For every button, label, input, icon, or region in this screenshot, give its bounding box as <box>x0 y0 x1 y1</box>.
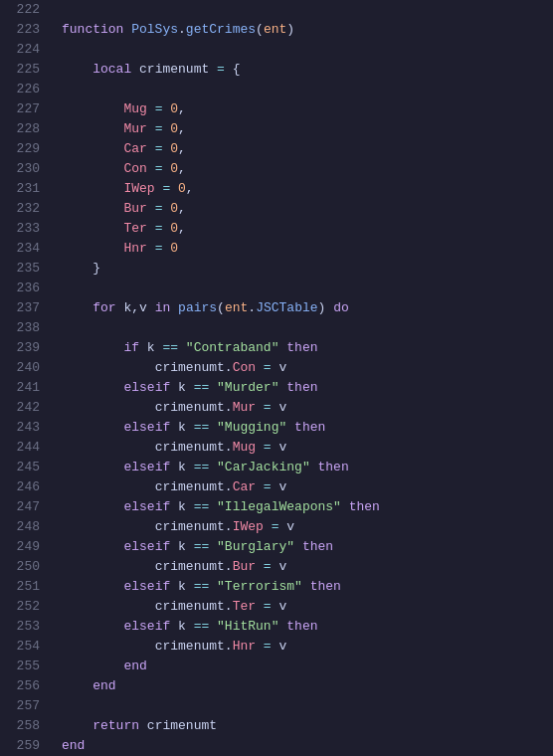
code-line-227: Mug = 0, <box>62 99 553 119</box>
code-line-239: if k == "Contraband" then <box>62 338 553 358</box>
line-num-238: 238 <box>0 318 40 338</box>
line-num-236: 236 <box>0 279 40 298</box>
line-num-222: 222 <box>0 0 40 20</box>
code-line-237: for k,v in pairs(ent.JSCTable) do <box>62 298 553 318</box>
code-line-247: elseif k == "IllegalWeapons" then <box>62 497 553 517</box>
code-line-249: elseif k == "Burglary" then <box>62 537 553 557</box>
code-line-246: crimenumt.Car = v <box>62 477 553 497</box>
code-line-224 <box>62 40 553 60</box>
line-num-224: 224 <box>0 40 40 60</box>
line-num-225: 225 <box>0 60 40 80</box>
line-num-256: 256 <box>0 676 40 696</box>
line-num-237: 237 <box>0 298 40 318</box>
code-line-243: elseif k == "Mugging" then <box>62 418 553 438</box>
code-line-232: Bur = 0, <box>62 199 553 219</box>
line-num-252: 252 <box>0 597 40 617</box>
code-line-253: elseif k == "HitRun" then <box>62 617 553 637</box>
code-line-230: Con = 0, <box>62 159 553 179</box>
code-line-254: crimenumt.Hnr = v <box>62 637 553 657</box>
code-line-242: crimenumt.Mur = v <box>62 398 553 418</box>
code-line-258: return crimenumt <box>62 716 553 736</box>
code-editor: 222 223 224 225 226 227 228 229 230 231 … <box>0 0 553 756</box>
code-line-223: function PolSys.getCrimes(ent) <box>62 20 553 40</box>
line-num-251: 251 <box>0 577 40 597</box>
code-line-240: crimenumt.Con = v <box>62 358 553 378</box>
line-num-249: 249 <box>0 537 40 557</box>
code-line-226 <box>62 80 553 99</box>
code-line-229: Car = 0, <box>62 139 553 159</box>
code-line-231: IWep = 0, <box>62 179 553 199</box>
code-line-235: } <box>62 259 553 279</box>
line-num-250: 250 <box>0 557 40 577</box>
code-line-234: Hnr = 0 <box>62 239 553 259</box>
code-line-245: elseif k == "CarJacking" then <box>62 458 553 477</box>
code-content: function PolSys.getCrimes(ent) local cri… <box>52 0 553 756</box>
line-num-247: 247 <box>0 497 40 517</box>
code-line-251: elseif k == "Terrorism" then <box>62 577 553 597</box>
line-num-228: 228 <box>0 119 40 139</box>
line-num-243: 243 <box>0 418 40 438</box>
line-num-255: 255 <box>0 657 40 676</box>
line-num-229: 229 <box>0 139 40 159</box>
code-line-248: crimenumt.IWep = v <box>62 517 553 537</box>
code-line-257 <box>62 696 553 716</box>
line-num-257: 257 <box>0 696 40 716</box>
code-line-252: crimenumt.Ter = v <box>62 597 553 617</box>
line-num-242: 242 <box>0 398 40 418</box>
code-line-222 <box>62 0 553 20</box>
code-line-255: end <box>62 657 553 676</box>
line-num-233: 233 <box>0 219 40 239</box>
code-line-225: local crimenumt = { <box>62 60 553 80</box>
line-num-232: 232 <box>0 199 40 219</box>
code-line-228: Mur = 0, <box>62 119 553 139</box>
line-num-244: 244 <box>0 438 40 458</box>
code-line-233: Ter = 0, <box>62 219 553 239</box>
line-num-245: 245 <box>0 458 40 477</box>
code-line-241: elseif k == "Murder" then <box>62 378 553 398</box>
line-num-239: 239 <box>0 338 40 358</box>
line-number-gutter: 222 223 224 225 226 227 228 229 230 231 … <box>0 0 52 756</box>
code-line-236 <box>62 279 553 298</box>
line-num-253: 253 <box>0 617 40 637</box>
line-num-259: 259 <box>0 736 40 756</box>
code-line-238 <box>62 318 553 338</box>
code-line-244: crimenumt.Mug = v <box>62 438 553 458</box>
line-num-254: 254 <box>0 637 40 657</box>
line-num-230: 230 <box>0 159 40 179</box>
line-num-246: 246 <box>0 477 40 497</box>
line-num-235: 235 <box>0 259 40 279</box>
line-num-234: 234 <box>0 239 40 259</box>
line-num-241: 241 <box>0 378 40 398</box>
line-num-240: 240 <box>0 358 40 378</box>
line-num-223: 223 <box>0 20 40 40</box>
code-line-256: end <box>62 676 553 696</box>
line-num-227: 227 <box>0 99 40 119</box>
line-num-258: 258 <box>0 716 40 736</box>
line-num-226: 226 <box>0 80 40 99</box>
line-num-248: 248 <box>0 517 40 537</box>
code-line-250: crimenumt.Bur = v <box>62 557 553 577</box>
code-line-259: end <box>62 736 553 756</box>
line-num-231: 231 <box>0 179 40 199</box>
